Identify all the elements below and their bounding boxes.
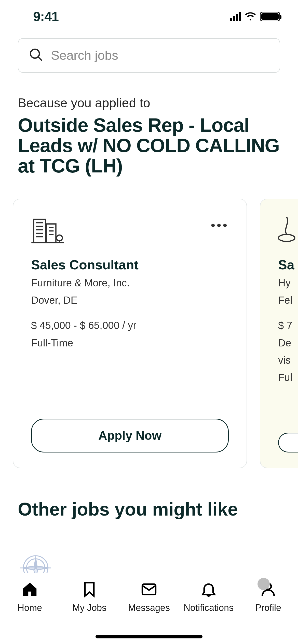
bookmark-icon (80, 580, 98, 599)
tab-label: Profile (255, 603, 281, 613)
more-options-button[interactable]: ••• (211, 218, 229, 233)
section-title: Other jobs you might like (18, 499, 280, 520)
apply-now-button[interactable] (278, 433, 298, 452)
search-container (0, 28, 298, 73)
job-company: Furniture & More, Inc. (31, 276, 229, 290)
wifi-icon (245, 11, 256, 22)
cellular-icon (230, 12, 241, 21)
tab-label: Messages (128, 603, 170, 613)
tab-label: Notifications (184, 603, 234, 613)
svg-point-0 (31, 49, 39, 58)
job-card[interactable]: ••• Sales Consultant Furniture & More, I… (13, 199, 247, 468)
apply-now-button[interactable]: Apply Now (31, 419, 229, 452)
job-type: Ful (278, 371, 298, 384)
other-jobs-section: Other jobs you might like (0, 468, 298, 584)
job-carousel[interactable]: ••• Sales Consultant Furniture & More, I… (0, 176, 298, 468)
tab-notifications[interactable]: Notifications (183, 580, 234, 613)
recommendation-heading: Because you applied to Outside Sales Rep… (0, 73, 298, 176)
bell-icon (200, 580, 218, 599)
notification-dot (258, 578, 270, 590)
job-card[interactable]: Sa Hy Fel $ 7 De vis Ful (260, 199, 298, 468)
tab-bar: Home My Jobs Messages Notifications Prof… (0, 573, 298, 644)
svg-line-1 (38, 57, 42, 61)
battery-icon (260, 12, 280, 21)
tab-label: My Jobs (72, 603, 106, 613)
status-time: 9:41 (33, 9, 59, 24)
svg-point-12 (57, 235, 62, 241)
tab-my-jobs[interactable]: My Jobs (64, 580, 115, 613)
job-salary: $ 7 (278, 318, 298, 332)
mail-icon (140, 580, 158, 599)
job-company: Hy (278, 276, 298, 290)
job-title: Sa (278, 257, 298, 272)
job-salary: $ 45,000 - $ 65,000 / yr (31, 318, 229, 332)
heading-eyebrow: Because you applied to (18, 96, 280, 110)
search-box[interactable] (18, 38, 280, 73)
tab-home[interactable]: Home (4, 580, 55, 613)
tab-label: Home (18, 603, 42, 613)
svg-rect-3 (47, 224, 56, 243)
job-location: Fel (278, 293, 298, 307)
tab-messages[interactable]: Messages (124, 580, 174, 613)
svg-point-15 (278, 235, 295, 242)
home-icon (21, 580, 39, 599)
company-logo-icon (278, 241, 298, 246)
job-location: Dover, DE (31, 293, 229, 307)
status-bar: 9:41 (0, 0, 298, 28)
tab-profile[interactable]: Profile (243, 580, 294, 613)
home-indicator[interactable] (96, 635, 202, 638)
status-icons (230, 11, 280, 22)
company-building-icon (31, 241, 67, 246)
job-type: Full-Time (31, 336, 229, 350)
job-line: vis (278, 353, 298, 367)
search-input[interactable] (51, 48, 269, 63)
search-icon (29, 47, 44, 64)
heading-title: Outside Sales Rep - Local Leads w/ NO CO… (18, 115, 280, 176)
job-title: Sales Consultant (31, 257, 229, 272)
job-line: De (278, 336, 298, 350)
